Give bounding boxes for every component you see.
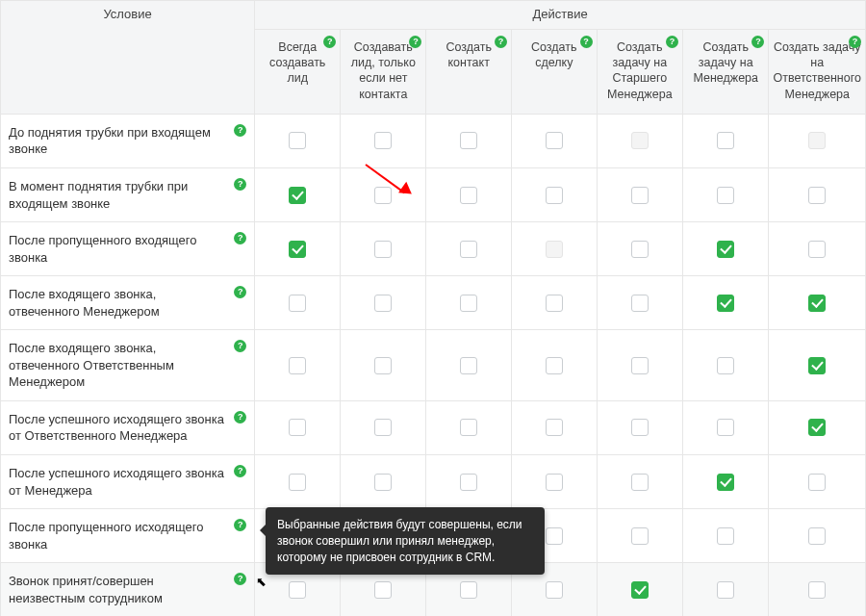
help-icon[interactable]: ? (580, 36, 593, 48)
help-icon[interactable]: ? (323, 36, 336, 48)
checkbox[interactable] (460, 132, 477, 149)
checkbox-cell (426, 222, 512, 276)
checkbox[interactable] (631, 419, 649, 436)
condition-cell: Звонок принят/совершен неизвестным сотру… (1, 563, 255, 616)
checkbox[interactable] (808, 187, 826, 204)
checkbox[interactable] (374, 187, 392, 204)
help-icon[interactable]: ? (234, 178, 246, 191)
checkbox[interactable] (808, 241, 826, 258)
checkbox[interactable] (289, 241, 306, 258)
table-row: До поднятия трубки при входящем звонке? (1, 114, 866, 167)
checkbox[interactable] (374, 132, 392, 149)
checkbox-cell (769, 455, 866, 509)
checkbox[interactable] (808, 357, 826, 374)
checkbox-cell (255, 330, 341, 401)
checkbox[interactable] (546, 581, 563, 599)
checkbox-cell (255, 400, 341, 454)
checkbox[interactable] (631, 241, 649, 258)
checkbox[interactable] (374, 419, 392, 436)
checkbox[interactable] (289, 581, 306, 599)
column-header-4: Создать задачу на Старшего Менеджера? (597, 29, 682, 114)
checkbox[interactable] (631, 357, 649, 374)
checkbox[interactable] (808, 581, 826, 599)
condition-label: До поднятия трубки при входящем звонке (9, 125, 211, 157)
checkbox[interactable] (460, 187, 477, 204)
checkbox[interactable] (289, 419, 306, 436)
condition-label: После входящего звонка, отвеченного Мене… (9, 287, 160, 319)
checkbox[interactable] (546, 357, 563, 374)
column-header-3: Создать сделку? (511, 29, 597, 114)
condition-label: После успешного исходящего звонка от Мен… (9, 466, 224, 498)
checkbox[interactable] (717, 527, 734, 545)
checkbox[interactable] (631, 187, 649, 204)
help-icon[interactable]: ? (666, 36, 678, 48)
condition-cell: В момент поднятия трубки при входящем зв… (1, 167, 255, 221)
checkbox[interactable] (374, 295, 392, 312)
checkbox[interactable] (374, 581, 392, 599)
condition-label: После пропущенного исходящего звонка (9, 520, 203, 552)
checkbox-cell (683, 167, 769, 221)
checkbox[interactable] (631, 527, 649, 545)
help-icon[interactable]: ? (849, 36, 861, 48)
help-icon[interactable]: ? (234, 124, 246, 137)
checkbox[interactable] (374, 357, 392, 374)
checkbox[interactable] (808, 295, 826, 312)
help-icon[interactable]: ? (234, 519, 246, 531)
checkbox[interactable] (460, 474, 477, 491)
condition-label: После входящего звонка, отвеченного Отве… (9, 341, 174, 389)
checkbox[interactable] (546, 419, 563, 436)
checkbox[interactable] (546, 132, 563, 149)
help-icon[interactable]: ? (234, 340, 246, 352)
checkbox-cell (683, 509, 769, 563)
checkbox-cell (426, 400, 512, 454)
checkbox[interactable] (546, 527, 563, 545)
checkbox[interactable] (546, 474, 563, 491)
checkbox[interactable] (460, 241, 477, 258)
checkbox[interactable] (717, 419, 734, 436)
checkbox-cell (341, 330, 426, 401)
checkbox[interactable] (546, 295, 563, 312)
help-icon[interactable]: ? (234, 573, 246, 585)
checkbox-cell (511, 167, 597, 221)
checkbox[interactable] (460, 357, 477, 374)
checkbox[interactable] (460, 581, 477, 599)
checkbox[interactable] (808, 527, 826, 545)
checkbox[interactable] (289, 132, 306, 149)
checkbox[interactable] (717, 474, 734, 491)
checkbox[interactable] (808, 474, 826, 491)
checkbox-cell (597, 563, 682, 616)
checkbox[interactable] (631, 581, 649, 599)
checkbox[interactable] (374, 241, 392, 258)
help-icon[interactable]: ? (234, 411, 246, 424)
help-icon[interactable]: ? (409, 36, 421, 48)
checkbox[interactable] (460, 419, 477, 436)
help-icon[interactable]: ? (234, 465, 246, 477)
checkbox[interactable] (717, 187, 734, 204)
checkbox[interactable] (374, 474, 392, 491)
checkbox[interactable] (289, 357, 306, 374)
checkbox-cell (683, 455, 769, 509)
help-icon[interactable]: ? (751, 36, 764, 48)
checkbox[interactable] (289, 187, 306, 204)
checkbox-cell (597, 276, 682, 330)
checkbox[interactable] (546, 187, 563, 204)
checkbox[interactable] (631, 474, 649, 491)
condition-cell: До поднятия трубки при входящем звонке? (1, 114, 255, 167)
checkbox[interactable] (631, 295, 649, 312)
help-icon[interactable]: ? (234, 232, 246, 244)
checkbox-cell (341, 167, 426, 221)
checkbox[interactable] (717, 132, 734, 149)
checkbox[interactable] (460, 295, 477, 312)
checkbox[interactable] (717, 295, 734, 312)
checkbox[interactable] (717, 357, 734, 374)
checkbox[interactable] (808, 419, 826, 436)
checkbox[interactable] (289, 474, 306, 491)
checkbox-cell (597, 509, 682, 563)
checkbox[interactable] (717, 581, 734, 599)
help-icon[interactable]: ? (495, 36, 507, 48)
table-row: После успешного исходящего звонка от Отв… (1, 400, 866, 454)
checkbox[interactable] (289, 295, 306, 312)
checkbox[interactable] (717, 241, 734, 258)
help-icon[interactable]: ? (234, 286, 246, 298)
column-header-label: Создать сделку (531, 40, 577, 69)
